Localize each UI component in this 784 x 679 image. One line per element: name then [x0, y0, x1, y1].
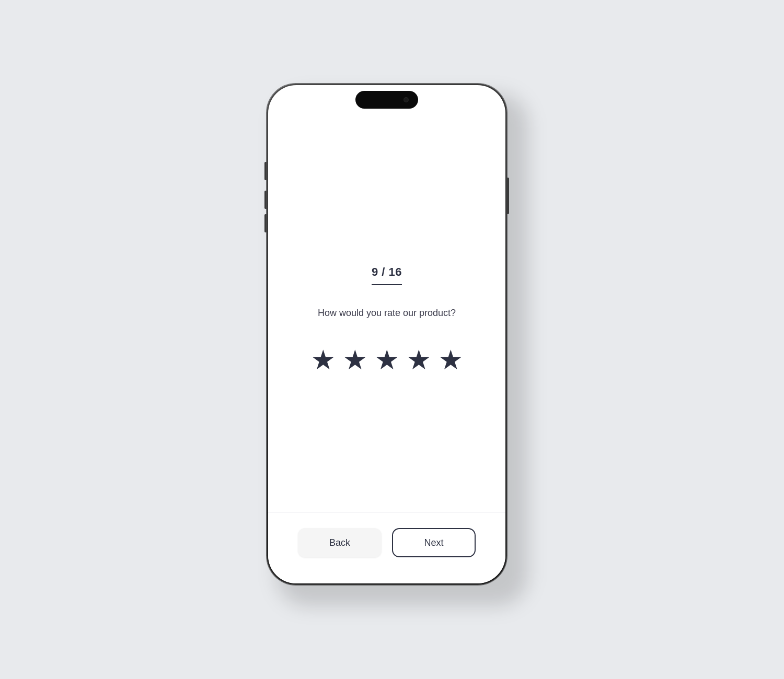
next-button[interactable]: Next: [392, 528, 476, 557]
survey-area: 9 / 16 How would you rate our product? ★…: [268, 122, 505, 512]
screen-content: 9 / 16 How would you rate our product? ★…: [268, 85, 505, 583]
dynamic-island: [355, 91, 418, 109]
phone-screen: 9 / 16 How would you rate our product? ★…: [268, 85, 505, 583]
star-5[interactable]: ★: [439, 346, 463, 373]
back-button[interactable]: Back: [298, 528, 382, 557]
phone-frame: 9 / 16 How would you rate our product? ★…: [267, 84, 507, 585]
star-1[interactable]: ★: [311, 346, 336, 373]
star-3[interactable]: ★: [375, 346, 399, 373]
navigation-buttons: Back Next: [268, 512, 505, 583]
progress-indicator: 9 / 16: [372, 265, 402, 285]
star-4[interactable]: ★: [407, 346, 431, 373]
star-2[interactable]: ★: [343, 346, 367, 373]
question-label: How would you rate our product?: [318, 306, 456, 320]
phone-mockup: 9 / 16 How would you rate our product? ★…: [267, 84, 517, 595]
star-rating[interactable]: ★ ★ ★ ★ ★: [311, 346, 463, 373]
